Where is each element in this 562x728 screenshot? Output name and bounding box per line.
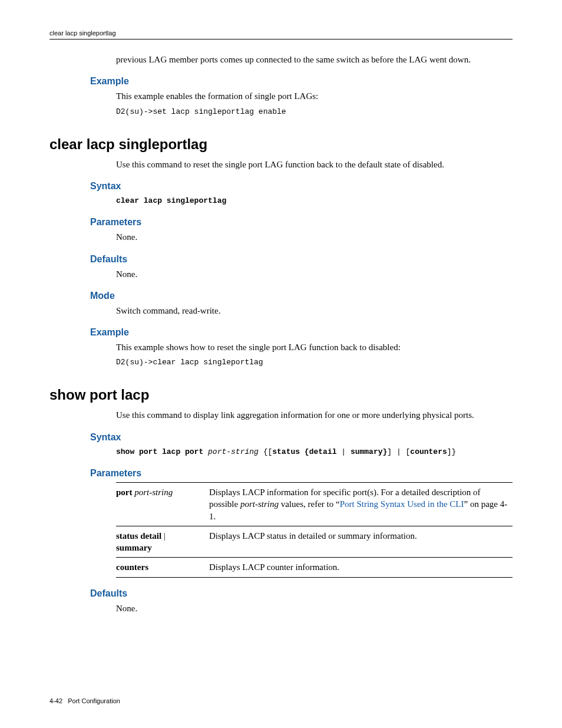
page: clear lacp singleportlag previous LAG me… (0, 0, 562, 728)
footer-section: Port Configuration (68, 697, 120, 704)
cmd1-desc: Use this command to reset the single por… (116, 159, 513, 170)
running-header: clear lacp singleportlag (49, 29, 513, 39)
cmd1-mode-h: Mode (90, 291, 513, 301)
example0-desc: This example enables the formation of si… (116, 90, 513, 102)
cmd1-params-p: None. (116, 231, 513, 243)
cmd2-defaults-h: Defaults (90, 588, 513, 599)
cmd1-example-h: Example (90, 327, 513, 338)
intro-continued: previous LAG member ports comes up conne… (116, 54, 513, 65)
command-title-show-port-lacp: show port lacp (49, 387, 513, 403)
table-row: status detail | summary Displays LACP st… (116, 526, 513, 558)
cmd1-syntax-h: Syntax (90, 181, 513, 192)
cmd1-example-p: This example shows how to reset the sing… (116, 341, 513, 353)
cmd1-mode-p: Switch command, read-write. (116, 305, 513, 317)
page-number: 4-42 (49, 697, 62, 704)
page-footer: 4-42 Port Configuration (49, 697, 120, 704)
table-row: counters Displays LACP counter informati… (116, 558, 513, 577)
cmd2-params-h: Parameters (90, 468, 513, 479)
cmd1-example-code: D2(su)->clear lacp singleportlag (116, 358, 513, 367)
example0-code: D2(su)->set lacp singleportlag enable (116, 107, 513, 116)
section-example-0: Example (90, 76, 513, 87)
cmd2-defaults-p: None. (116, 602, 513, 614)
cmd2-syntax-code: show port lacp port port-string {[status… (116, 446, 513, 458)
cmd1-defaults-h: Defaults (90, 254, 513, 265)
cmd1-syntax-code: clear lacp singleportlag (116, 195, 513, 207)
xref-port-string-syntax[interactable]: Port String Syntax Used in the CLI (340, 499, 464, 509)
cmd2-syntax-h: Syntax (90, 432, 513, 443)
cmd2-params-table: port port-string Displays LACP informati… (116, 482, 513, 578)
cmd1-params-h: Parameters (90, 217, 513, 228)
cmd1-defaults-p: None. (116, 268, 513, 280)
cmd2-desc: Use this command to display link aggrega… (116, 409, 513, 421)
command-title-clear-lacp: clear lacp singleportlag (49, 136, 513, 153)
table-row: port port-string Displays LACP informati… (116, 483, 513, 526)
